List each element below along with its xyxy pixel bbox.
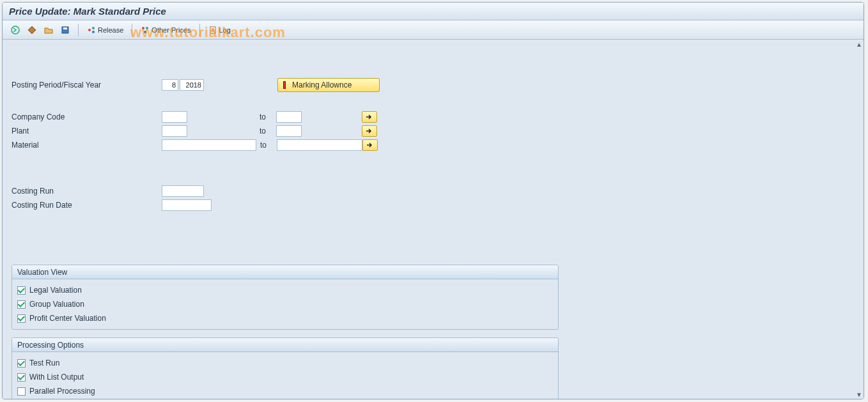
save-icon xyxy=(61,26,70,35)
posting-period-row: Posting Period/Fiscal Year Marking Allow… xyxy=(12,78,857,92)
parallel-processing-checkbox[interactable] xyxy=(17,387,26,396)
company-code-from-input[interactable] xyxy=(162,111,187,123)
with-list-output-label: With List Output xyxy=(29,373,84,382)
page-title: Price Update: Mark Standard Price xyxy=(9,6,166,17)
processing-options-group: Processing Options Test Run With List Ou… xyxy=(12,337,559,399)
legal-valuation-row: Legal Valuation xyxy=(17,283,553,297)
test-run-checkbox[interactable] xyxy=(17,359,26,367)
toolbar-separator xyxy=(78,24,79,36)
marking-allowance-label: Marking Allownce xyxy=(292,81,352,89)
release-icon xyxy=(87,26,96,35)
other-prices-icon xyxy=(141,26,150,35)
marking-allowance-button[interactable]: Marking Allownce xyxy=(277,78,380,92)
plant-to-input[interactable] xyxy=(276,125,302,137)
toolbar-separator xyxy=(132,24,132,36)
execute-print-button[interactable] xyxy=(24,23,40,37)
log-icon xyxy=(208,26,217,35)
arrow-right-icon xyxy=(366,142,374,148)
log-label: Log xyxy=(219,26,231,34)
profit-center-valuation-checkbox[interactable] xyxy=(17,314,26,323)
company-code-to-input[interactable] xyxy=(276,111,302,123)
other-prices-button[interactable]: Other Prices xyxy=(137,23,194,37)
svg-point-4 xyxy=(88,29,91,31)
group-valuation-checkbox[interactable] xyxy=(17,300,26,309)
group-valuation-row: Group Valuation xyxy=(17,297,553,311)
app-window: Price Update: Mark Standard Price xyxy=(2,2,864,399)
fiscal-year-input[interactable] xyxy=(180,79,204,91)
valuation-view-header: Valuation View xyxy=(12,265,558,279)
material-multiselect-button[interactable] xyxy=(362,139,378,151)
toolbar: Release Other Prices Log xyxy=(3,20,864,40)
costing-run-row: Costing Run xyxy=(12,184,857,198)
plant-row: Plant to xyxy=(12,124,857,138)
to-label: to xyxy=(256,127,276,135)
svg-point-6 xyxy=(92,31,95,33)
to-label: to xyxy=(256,112,276,121)
parallel-processing-label: Parallel Processing xyxy=(29,387,95,396)
plant-from-input[interactable] xyxy=(162,125,187,137)
material-label: Material xyxy=(12,141,162,150)
svg-point-7 xyxy=(142,27,144,29)
background-processing-row: Background Processing xyxy=(17,398,553,399)
other-prices-label: Other Prices xyxy=(151,26,190,34)
execute-button[interactable] xyxy=(8,23,23,37)
log-button[interactable]: Log xyxy=(205,23,234,37)
profit-center-valuation-row: Profit Center Valuation xyxy=(17,311,553,325)
toolbar-separator xyxy=(199,24,200,36)
legal-valuation-checkbox[interactable] xyxy=(17,286,26,295)
costing-run-date-row: Costing Run Date xyxy=(12,198,857,212)
svg-rect-3 xyxy=(63,27,67,29)
costing-run-date-input[interactable] xyxy=(162,199,212,211)
group-valuation-label: Group Valuation xyxy=(29,300,84,309)
arrow-right-icon xyxy=(366,128,373,134)
arrow-right-icon xyxy=(366,114,373,120)
save-button[interactable] xyxy=(58,23,73,37)
title-bar: Price Update: Mark Standard Price xyxy=(3,3,864,20)
svg-rect-1 xyxy=(28,26,35,33)
release-label: Release xyxy=(98,26,123,34)
company-code-multiselect-button[interactable] xyxy=(362,111,377,123)
to-label: to xyxy=(256,141,277,150)
posting-period-input[interactable] xyxy=(162,79,178,91)
material-from-input[interactable] xyxy=(162,139,256,151)
company-code-label: Company Code xyxy=(12,112,162,121)
svg-point-8 xyxy=(146,27,148,29)
get-variant-button[interactable] xyxy=(41,23,56,37)
costing-run-label: Costing Run xyxy=(12,187,162,196)
costing-run-date-label: Costing Run Date xyxy=(12,201,162,210)
scroll-up-icon[interactable]: ▲ xyxy=(855,40,864,49)
legal-valuation-label: Legal Valuation xyxy=(29,286,82,295)
test-run-label: Test Run xyxy=(29,359,59,367)
parallel-processing-row: Parallel Processing xyxy=(17,384,553,398)
vertical-scrollbar[interactable]: ▲ ▼ xyxy=(855,40,864,399)
with-list-output-row: With List Output xyxy=(17,370,553,384)
with-list-output-checkbox[interactable] xyxy=(17,373,26,382)
valuation-view-group: Valuation View Legal Valuation Group Val… xyxy=(12,265,559,330)
scroll-down-icon[interactable]: ▼ xyxy=(855,390,864,399)
form-area: Posting Period/Fiscal Year Marking Allow… xyxy=(3,40,864,399)
svg-point-5 xyxy=(92,27,95,29)
company-code-row: Company Code to xyxy=(12,110,857,124)
folder-icon xyxy=(44,26,53,35)
test-run-row: Test Run xyxy=(17,356,553,370)
processing-options-header: Processing Options xyxy=(12,338,558,352)
execute-icon xyxy=(11,26,20,35)
svg-point-9 xyxy=(144,31,146,33)
release-button[interactable]: Release xyxy=(84,23,127,37)
posting-period-label: Posting Period/Fiscal Year xyxy=(12,81,162,89)
material-row: Material to xyxy=(12,138,857,152)
content-area: ▲ ▼ Posting Period/Fiscal Year Marking A… xyxy=(3,40,864,399)
profit-center-valuation-label: Profit Center Valuation xyxy=(29,314,106,323)
warning-bar-icon xyxy=(283,81,286,89)
diamond-icon xyxy=(27,26,36,35)
plant-label: Plant xyxy=(12,127,162,135)
material-to-input[interactable] xyxy=(277,139,362,151)
plant-multiselect-button[interactable] xyxy=(362,125,377,137)
costing-run-input[interactable] xyxy=(162,185,204,197)
